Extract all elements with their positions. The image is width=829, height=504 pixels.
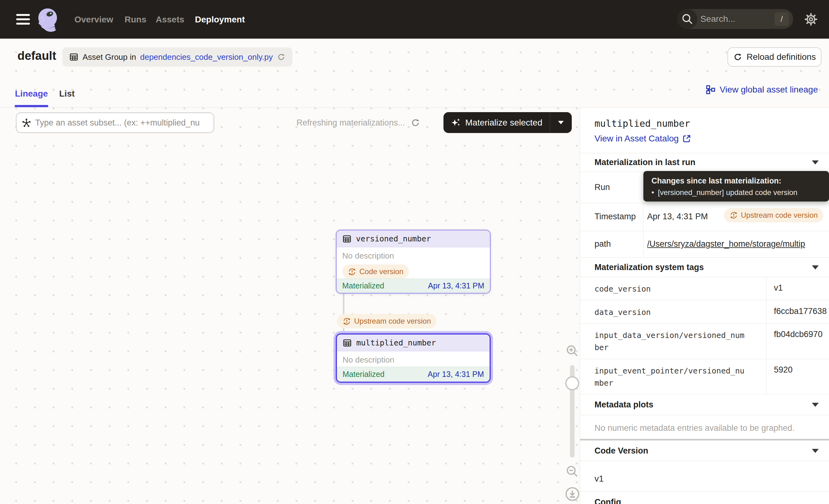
- asset-node-footer: Materialized Apr 13, 4:31 PM: [337, 367, 490, 382]
- asset-details-panel: multiplied_number View in Asset Catalog …: [580, 107, 829, 504]
- reload-definitions-label: Reload definitions: [747, 52, 816, 62]
- sync-problem-icon: [348, 267, 356, 276]
- tooltip-bullet: •: [651, 188, 654, 197]
- collapse-caret-icon: [812, 449, 819, 453]
- asset-group-badge: Asset Group in dependencies_code_version…: [62, 47, 292, 67]
- changes-since-materialization-tooltip: Changes since last materialization: • [v…: [643, 171, 829, 202]
- materialize-dropdown-button[interactable]: [550, 121, 572, 124]
- nav-link-overview[interactable]: Overview: [74, 15, 113, 25]
- search-icon: [677, 9, 697, 29]
- tab-lineage[interactable]: Lineage: [15, 89, 48, 99]
- asset-subset-filter[interactable]: [16, 112, 214, 133]
- zoom-slider-handle[interactable]: [565, 376, 579, 390]
- search-shortcut-key: /: [774, 12, 789, 26]
- asset-node-versioned-number[interactable]: versioned_number No description: [336, 229, 491, 294]
- download-graph-icon[interactable]: [564, 486, 580, 502]
- upstream-code-version-label: Upstream code version: [354, 317, 431, 325]
- global-search[interactable]: /: [677, 9, 793, 29]
- code-version-chip-label: Code version: [359, 267, 403, 276]
- view-in-asset-catalog-label: View in Asset Catalog: [594, 134, 679, 144]
- asset-node-description: No description: [342, 251, 484, 261]
- section-header-label: Materialization in last run: [594, 157, 695, 167]
- tag-value: 5920: [774, 365, 793, 375]
- sync-problem-icon: [730, 211, 738, 219]
- asset-node-header: multiplied_number: [337, 334, 490, 351]
- asset-graph-filter-icon: [22, 118, 31, 128]
- view-global-asset-lineage-link[interactable]: View global asset lineage: [706, 85, 818, 95]
- section-header-label: Materialization system tags: [594, 262, 704, 272]
- asset-group-file-link[interactable]: dependencies_code_version_only.py: [140, 52, 273, 62]
- last-run-row-path: path /Users/sryza/dagster_home/storage/m…: [580, 231, 829, 258]
- materialized-status: Materialized: [342, 281, 384, 290]
- refresh-spinner-icon[interactable]: [410, 118, 421, 128]
- view-in-asset-catalog-link[interactable]: View in Asset Catalog: [594, 134, 691, 144]
- materialized-timestamp[interactable]: Apr 13, 4:31 PM: [428, 370, 484, 379]
- system-tag-row: input_event_pointer/versioned_number 592…: [580, 359, 829, 394]
- tooltip-title: Changes since last materialization:: [651, 176, 821, 185]
- nav-link-deployment[interactable]: Deployment: [195, 15, 245, 25]
- reload-definitions-button[interactable]: Reload definitions: [727, 47, 822, 67]
- zoom-in-icon[interactable]: [565, 344, 579, 358]
- tag-key: code_version: [594, 283, 747, 295]
- reload-icon: [733, 52, 743, 62]
- top-navigation-bar: Overview Runs Assets Deployment /: [0, 0, 829, 39]
- timestamp-value: Apr 13, 4:31 PM: [647, 212, 708, 221]
- section-header-code-version[interactable]: Code Version: [580, 441, 829, 461]
- table-grid-icon: [69, 52, 78, 62]
- path-link[interactable]: /Users/sryza/dagster_home/storage/multip: [647, 239, 829, 249]
- badge-refresh-icon[interactable]: [277, 52, 286, 61]
- nav-link-runs[interactable]: Runs: [124, 15, 146, 25]
- table-grid-icon: [342, 234, 352, 244]
- asset-node-body: No description Code version: [337, 247, 490, 283]
- code-version-chip: Code version: [342, 264, 409, 279]
- lineage-graph-icon: [706, 85, 716, 95]
- metadata-plots-empty-message: No numeric metadata entries available to…: [594, 423, 794, 433]
- asset-group-badge-text: Asset Group in: [82, 52, 136, 62]
- section-header-config[interactable]: Config: [594, 498, 621, 504]
- run-row-label: Run: [594, 183, 610, 192]
- upstream-code-version-chip: Upstream code version: [724, 208, 823, 222]
- nav-link-assets[interactable]: Assets: [156, 15, 184, 25]
- refreshing-label: Refreshing materializations...: [296, 118, 405, 128]
- search-input[interactable]: [700, 12, 763, 26]
- section-header-label: Metadata plots: [594, 400, 653, 409]
- external-link-icon: [682, 134, 691, 143]
- last-run-row-timestamp: Timestamp Apr 13, 4:31 PM Upstream code: [580, 203, 829, 231]
- materialize-selected-label: Materialize selected: [465, 118, 542, 128]
- path-row-label: path: [594, 239, 611, 249]
- system-tag-row: input_data_version/versioned_number fb04…: [580, 324, 829, 359]
- collapse-caret-icon: [812, 265, 819, 269]
- table-column-divider: [766, 277, 766, 394]
- tag-key: data_version: [594, 307, 747, 319]
- asset-subset-input[interactable]: [35, 118, 209, 128]
- materialize-selected-main[interactable]: Materialize selected: [443, 118, 550, 128]
- dagster-asset-group-page: Overview Runs Assets Deployment /: [0, 0, 829, 504]
- section-header-system-tags[interactable]: Materialization system tags: [580, 258, 829, 277]
- chevron-down-icon: [558, 121, 564, 124]
- dagster-logo-icon[interactable]: [36, 7, 60, 32]
- asset-node-name: versioned_number: [356, 234, 431, 243]
- view-global-asset-lineage-label: View global asset lineage: [720, 85, 818, 95]
- upstream-code-version-label: Upstream code version: [741, 211, 818, 220]
- section-header-materialization-last-run[interactable]: Materialization in last run: [580, 153, 829, 172]
- tab-list[interactable]: List: [59, 89, 75, 99]
- system-tag-row: data_version f6ccba177638: [580, 300, 829, 324]
- tooltip-item-text: [versioned_number] updated code version: [658, 188, 797, 197]
- materialized-status: Materialized: [343, 370, 385, 379]
- sync-problem-icon: [343, 317, 351, 325]
- section-header-metadata-plots[interactable]: Metadata plots: [580, 394, 829, 415]
- panel-divider: [580, 492, 829, 492]
- materialize-selected-button[interactable]: Materialize selected: [443, 112, 572, 133]
- section-separator: [580, 439, 829, 440]
- tag-value: fb04dcb6970: [774, 330, 829, 339]
- hamburger-menu-button[interactable]: [16, 14, 30, 25]
- system-tag-row: code_version v1: [580, 277, 829, 300]
- settings-gear-icon[interactable]: [804, 12, 818, 26]
- collapse-caret-icon: [812, 403, 819, 407]
- timestamp-row-label: Timestamp: [594, 212, 636, 221]
- zoom-out-icon[interactable]: [565, 464, 579, 478]
- materialized-timestamp[interactable]: Apr 13, 4:31 PM: [428, 281, 484, 290]
- asset-node-multiplied-number[interactable]: multiplied_number No description Materia…: [336, 333, 491, 383]
- tag-value: v1: [774, 283, 783, 293]
- section-header-label: Code Version: [594, 446, 648, 456]
